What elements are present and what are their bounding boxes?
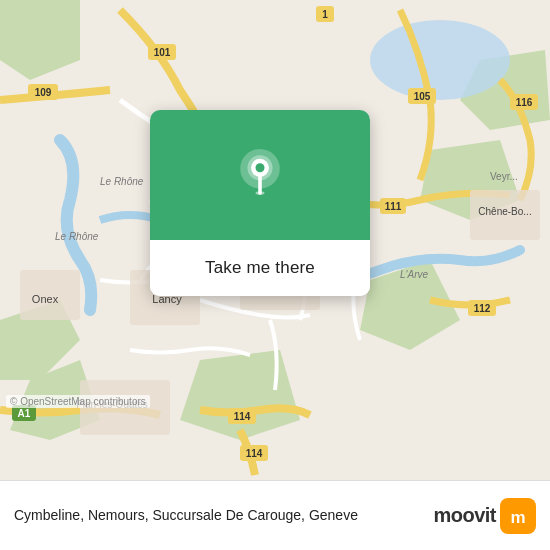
location-card: Take me there xyxy=(150,110,370,296)
svg-text:Veyr...: Veyr... xyxy=(490,171,518,182)
take-me-there-button[interactable]: Take me there xyxy=(168,254,352,282)
svg-text:L'Arve: L'Arve xyxy=(400,269,428,280)
location-pin-icon xyxy=(233,148,287,202)
svg-text:105: 105 xyxy=(414,91,431,102)
moovit-icon: m xyxy=(500,498,536,534)
svg-text:111: 111 xyxy=(385,201,402,212)
svg-text:Le Rhône: Le Rhône xyxy=(55,231,99,242)
svg-text:m: m xyxy=(510,508,525,527)
svg-point-46 xyxy=(256,163,265,172)
svg-point-8 xyxy=(370,20,510,100)
svg-text:109: 109 xyxy=(35,87,52,98)
location-name: Cymbeline, Nemours, Succursale De Caroug… xyxy=(14,506,433,526)
svg-text:114: 114 xyxy=(246,448,263,459)
svg-text:1: 1 xyxy=(322,9,328,20)
svg-text:A1: A1 xyxy=(18,408,31,419)
svg-text:114: 114 xyxy=(234,411,251,422)
moovit-logo: moovit m xyxy=(433,498,536,534)
osm-credit: © OpenStreetMap contributors xyxy=(6,395,150,408)
svg-text:Onex: Onex xyxy=(32,293,59,305)
card-button-area[interactable]: Take me there xyxy=(150,240,370,296)
moovit-text: moovit xyxy=(433,504,496,527)
svg-text:116: 116 xyxy=(516,97,533,108)
card-green-section xyxy=(150,110,370,240)
svg-point-47 xyxy=(256,191,265,195)
location-info: Cymbeline, Nemours, Succursale De Caroug… xyxy=(14,506,433,526)
svg-text:Le Rhône: Le Rhône xyxy=(100,176,144,187)
svg-text:112: 112 xyxy=(474,303,491,314)
svg-text:101: 101 xyxy=(154,47,171,58)
bottom-bar: Cymbeline, Nemours, Succursale De Caroug… xyxy=(0,480,550,550)
map-container: 109 101 105 116 111 112 114 114 A1 1 One… xyxy=(0,0,550,480)
svg-text:Chêne-Bo...: Chêne-Bo... xyxy=(478,206,531,217)
